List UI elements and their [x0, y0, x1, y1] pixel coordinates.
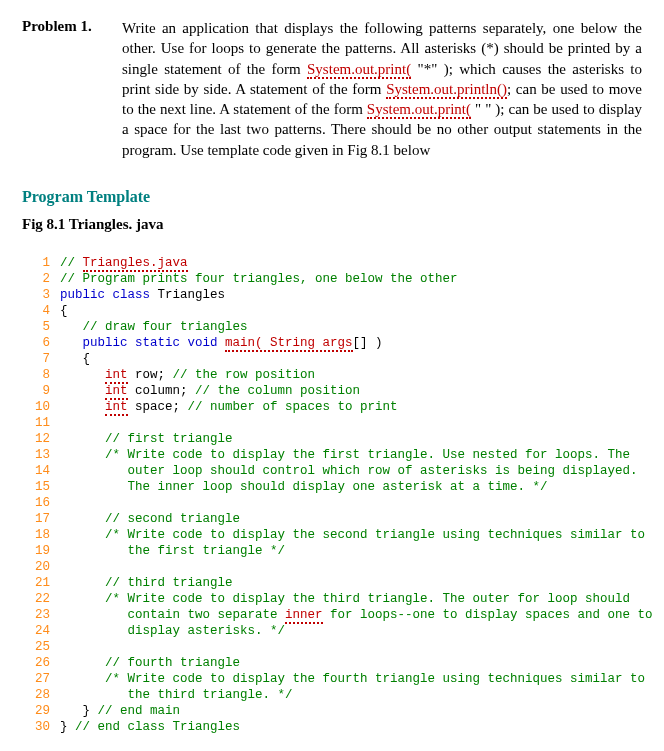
line-number: 15 [22, 479, 60, 495]
code-token [60, 432, 105, 446]
code-token: // [60, 256, 83, 270]
code-line: outer loop should control which row of a… [60, 463, 642, 479]
code-row: 8 int row; // the row position [22, 367, 642, 383]
code-row: 1// Triangles.java [22, 255, 642, 271]
line-number: 27 [22, 671, 60, 687]
line-number: 28 [22, 687, 60, 703]
code-token [60, 336, 83, 350]
code-token: The inner loop should display one asteri… [60, 480, 548, 494]
code-token [60, 368, 105, 382]
line-number: 7 [22, 351, 60, 367]
code-row: 3public class Triangles [22, 287, 642, 303]
code-line: contain two separate inner for loops--on… [60, 607, 653, 623]
code-token: row; [128, 368, 173, 382]
line-number: 1 [22, 255, 60, 271]
code-line: The inner loop should display one asteri… [60, 479, 642, 495]
code-line [60, 495, 642, 511]
code-token: [] ) [353, 336, 383, 350]
code-row: 4{ [22, 303, 642, 319]
code-line: } // end class Triangles [60, 719, 642, 735]
code-block: 1// Triangles.java2// Program prints fou… [22, 255, 642, 735]
line-number: 30 [22, 719, 60, 735]
line-number: 6 [22, 335, 60, 351]
line-number: 16 [22, 495, 60, 511]
code-row: 14 outer loop should control which row o… [22, 463, 642, 479]
code-token: contain two separate [60, 608, 285, 622]
code-row: 20 [22, 559, 642, 575]
code-token: // second triangle [105, 512, 240, 526]
code-token: /* Write code to display the fourth tria… [105, 672, 645, 686]
code-token: for loops--one to display spaces and one… [323, 608, 653, 622]
code-row: 9 int column; // the column position [22, 383, 642, 399]
line-number: 19 [22, 543, 60, 559]
code-token [60, 672, 105, 686]
code-token [60, 448, 105, 462]
line-number: 24 [22, 623, 60, 639]
code-row: 28 the third triangle. */ [22, 687, 642, 703]
code-row: 18 /* Write code to display the second t… [22, 527, 642, 543]
line-number: 2 [22, 271, 60, 287]
code-token [60, 656, 105, 670]
code-token [60, 320, 83, 334]
code-row: 22 /* Write code to display the third tr… [22, 591, 642, 607]
problem-label: Problem 1. [22, 18, 122, 35]
line-number: 5 [22, 319, 60, 335]
code-line: // fourth triangle [60, 655, 642, 671]
code-line: } // end main [60, 703, 642, 719]
problem-row: Problem 1. Write an application that dis… [22, 18, 642, 160]
code-row: 23 contain two separate inner for loops-… [22, 607, 642, 623]
code-line [60, 559, 642, 575]
code-token [60, 384, 105, 398]
code-line [60, 639, 642, 655]
line-number: 18 [22, 527, 60, 543]
code-row: 16 [22, 495, 642, 511]
line-number: 10 [22, 399, 60, 415]
code-row: 21 // third triangle [22, 575, 642, 591]
code-line [60, 415, 642, 431]
code-line: { [60, 303, 642, 319]
code-line: // Program prints four triangles, one be… [60, 271, 642, 287]
code-token: the third triangle. */ [60, 688, 293, 702]
code-token: // draw four triangles [83, 320, 248, 334]
code-token: // number of spaces to print [188, 400, 398, 414]
code-token: } [60, 720, 75, 734]
code-line: // second triangle [60, 511, 642, 527]
code-row: 15 The inner loop should display one ast… [22, 479, 642, 495]
code-token [60, 400, 105, 414]
code-token: // the row position [173, 368, 316, 382]
code-row: 30} // end class Triangles [22, 719, 642, 735]
code-token: Triangles [158, 288, 226, 302]
line-number: 4 [22, 303, 60, 319]
code-line: { [60, 351, 642, 367]
code-token: outer loop should control which row of a… [60, 464, 638, 478]
code-line: the third triangle. */ [60, 687, 642, 703]
fig-title: Fig 8.1 Triangles. java [22, 216, 642, 233]
line-number: 8 [22, 367, 60, 383]
code-token: int [105, 400, 128, 416]
code-row: 5 // draw four triangles [22, 319, 642, 335]
code-line: int column; // the column position [60, 383, 642, 399]
line-number: 20 [22, 559, 60, 575]
problem-body: Write an application that displays the f… [122, 18, 642, 160]
code-row: 2// Program prints four triangles, one b… [22, 271, 642, 287]
code-line: the first triangle */ [60, 543, 642, 559]
code-line: /* Write code to display the second tria… [60, 527, 645, 543]
line-number: 17 [22, 511, 60, 527]
code-line: int row; // the row position [60, 367, 642, 383]
code-token: inner [285, 608, 323, 624]
err-span-0: System.out.print( [307, 61, 411, 79]
code-line: /* Write code to display the fourth tria… [60, 671, 645, 687]
code-line: // Triangles.java [60, 255, 642, 271]
code-line: display asterisks. */ [60, 623, 642, 639]
code-row: 26 // fourth triangle [22, 655, 642, 671]
line-number: 9 [22, 383, 60, 399]
code-token: { [60, 352, 90, 366]
line-number: 21 [22, 575, 60, 591]
line-number: 3 [22, 287, 60, 303]
code-token: column; [128, 384, 196, 398]
code-line: public static void main( String args[] ) [60, 335, 642, 351]
code-token: int [105, 384, 128, 400]
code-token: the first triangle */ [60, 544, 285, 558]
code-line: /* Write code to display the first trian… [60, 447, 642, 463]
code-token: // first triangle [105, 432, 233, 446]
